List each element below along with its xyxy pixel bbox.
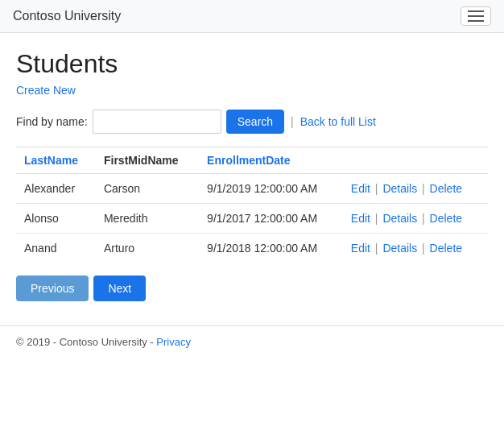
col-header-enrollment[interactable]: EnrollmentDate (199, 147, 343, 174)
navbar-brand: Contoso University (13, 9, 121, 23)
cell-firstname: Carson (96, 174, 199, 204)
hamburger-line-3 (468, 20, 484, 22)
details-link[interactable]: Details (382, 242, 417, 255)
search-label: Find by name: (16, 115, 88, 128)
cell-lastname: Anand (16, 234, 96, 263)
back-to-full-list-link[interactable]: Back to full List (300, 115, 376, 128)
search-bar: Find by name: Search | Back to full List (16, 110, 488, 134)
hamburger-button[interactable] (461, 6, 491, 26)
table-header: LastName FirstMidName EnrollmentDate (16, 147, 488, 174)
main-content: Students Create New Find by name: Search… (0, 33, 504, 325)
col-header-lastname[interactable]: LastName (16, 147, 96, 174)
action-separator: | (419, 182, 428, 195)
delete-link[interactable]: Delete (430, 212, 462, 225)
action-separator: | (372, 242, 381, 255)
create-new-link[interactable]: Create New (16, 84, 76, 97)
table-row: AlonsoMeredith9/1/2017 12:00:00 AMEdit |… (16, 204, 488, 234)
action-separator: | (372, 212, 381, 225)
cell-firstname: Meredith (96, 204, 199, 234)
col-header-actions (343, 147, 488, 174)
hamburger-line-1 (468, 10, 484, 12)
details-link[interactable]: Details (382, 212, 417, 225)
footer: © 2019 - Contoso University - Privacy (0, 325, 504, 358)
search-input[interactable] (93, 110, 221, 134)
details-link[interactable]: Details (382, 182, 417, 195)
search-button[interactable]: Search (226, 110, 284, 134)
delete-link[interactable]: Delete (430, 242, 462, 255)
privacy-link[interactable]: Privacy (156, 336, 191, 348)
edit-link[interactable]: Edit (351, 182, 370, 195)
pagination: Previous Next (16, 276, 488, 301)
cell-enrollment-date: 9/1/2017 12:00:00 AM (199, 204, 343, 234)
separator: | (291, 115, 294, 128)
previous-button[interactable]: Previous (16, 276, 89, 301)
table-header-row: LastName FirstMidName EnrollmentDate (16, 147, 488, 174)
footer-copyright: © 2019 - Contoso University - (16, 336, 156, 348)
table-body: AlexanderCarson9/1/2019 12:00:00 AMEdit … (16, 174, 488, 263)
hamburger-line-2 (468, 15, 484, 17)
action-separator: | (419, 242, 428, 255)
cell-actions: Edit | Details | Delete (343, 234, 488, 263)
cell-actions: Edit | Details | Delete (343, 204, 488, 234)
edit-link[interactable]: Edit (351, 212, 370, 225)
action-separator: | (419, 212, 428, 225)
action-separator: | (372, 182, 381, 195)
edit-link[interactable]: Edit (351, 242, 370, 255)
cell-lastname: Alonso (16, 204, 96, 234)
navbar: Contoso University (0, 0, 504, 33)
students-table: LastName FirstMidName EnrollmentDate Ale… (16, 147, 488, 263)
table-row: AnandArturo9/1/2018 12:00:00 AMEdit | De… (16, 234, 488, 263)
cell-actions: Edit | Details | Delete (343, 174, 488, 204)
cell-enrollment-date: 9/1/2018 12:00:00 AM (199, 234, 343, 263)
page-title: Students (16, 49, 488, 79)
cell-firstname: Arturo (96, 234, 199, 263)
delete-link[interactable]: Delete (430, 182, 462, 195)
col-header-firstname[interactable]: FirstMidName (96, 147, 199, 174)
cell-enrollment-date: 9/1/2019 12:00:00 AM (199, 174, 343, 204)
table-row: AlexanderCarson9/1/2019 12:00:00 AMEdit … (16, 174, 488, 204)
next-button[interactable]: Next (93, 276, 146, 301)
cell-lastname: Alexander (16, 174, 96, 204)
